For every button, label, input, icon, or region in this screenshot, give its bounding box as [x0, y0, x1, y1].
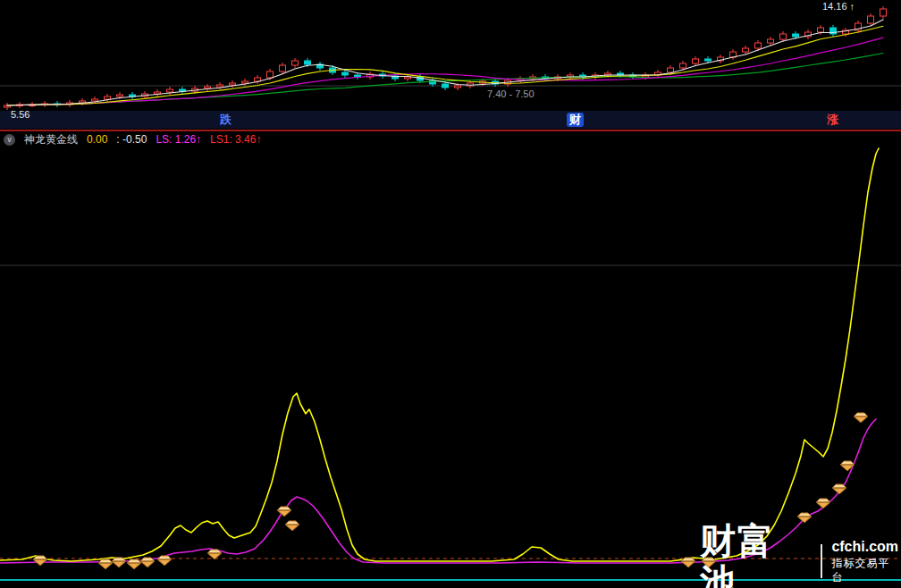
watermark-brand: 财富池 [700, 520, 812, 588]
watermark-site: cfchi.com [831, 538, 901, 556]
price-high-label: 14.16 ↑ [822, 1, 855, 12]
watermark: 财富池 cfchi.com 指标交易平台 [700, 520, 901, 588]
indicator-segment: LS: 1.26↑ [156, 133, 201, 146]
indicator-values: 神龙黄金线0.00: -0.50LS: 1.26↑LS1: 3.46↑ [24, 132, 261, 147]
watermark-info: cfchi.com 指标交易平台 [831, 538, 901, 584]
watermark-divider [821, 544, 822, 578]
trading-app-window: 14.16 ↑ 7.40 - 7.50 5.56 跌 财 涨 ∨ 神龙黄金线0.… [0, 0, 901, 588]
indicator-segment: : -0.50 [116, 133, 147, 146]
ticker-fall-label: 跌 [220, 113, 232, 127]
indicator-header: ∨ 神龙黄金线0.00: -0.50LS: 1.26↑LS1: 3.46↑ [4, 132, 261, 147]
indicator-segment: 神龙黄金线 [24, 132, 78, 147]
ticker-badge: 财 [567, 113, 584, 127]
price-range-label: 7.40 - 7.50 [487, 88, 535, 99]
price-low-label: 5.56 [11, 109, 29, 120]
indicator-segment: 0.00 [87, 133, 107, 146]
candlestick-chart[interactable] [0, 0, 901, 111]
status-strip: 跌 财 涨 [0, 111, 901, 129]
indicator-segment: LS1: 3.46↑ [210, 133, 261, 146]
collapse-icon[interactable]: ∨ [4, 134, 15, 146]
ticker-rise-label: 涨 [827, 113, 838, 127]
watermark-tagline: 指标交易平台 [831, 556, 901, 584]
